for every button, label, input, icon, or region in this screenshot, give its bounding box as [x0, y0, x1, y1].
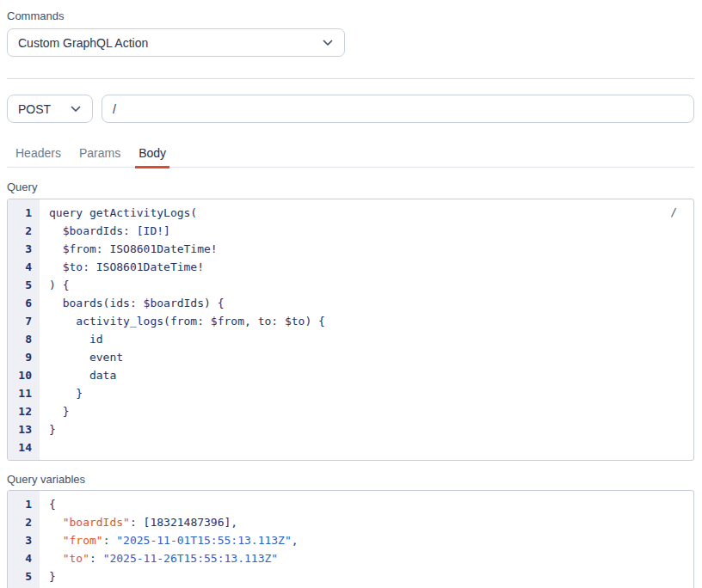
code-line: 14 [8, 438, 693, 456]
code-line: 5) { [8, 276, 693, 294]
code-line: 8 id [8, 330, 693, 348]
tab-body[interactable]: Body [136, 141, 169, 167]
query-editor[interactable]: 1query getActivityLogs(2 $boardIds: [ID!… [7, 199, 694, 461]
http-method-select[interactable]: POST [7, 95, 93, 123]
code-line: 2 "boardIds": [18321487396], [8, 513, 693, 531]
code-line: 3 $from: ISO8601DateTime! [8, 240, 693, 258]
tab-params[interactable]: Params [77, 141, 123, 167]
query-variables-label: Query variables [7, 473, 694, 486]
code-line: 13} [8, 420, 693, 438]
variables-code-lines: 1{2 "boardIds": [18321487396],3 "from": … [8, 491, 693, 585]
request-row: POST [7, 95, 694, 123]
request-builder-panel: Commands Custom GraphQL Action POST Head… [0, 0, 702, 588]
url-input[interactable] [102, 95, 694, 123]
request-tabs: Headers Params Body [7, 141, 694, 168]
section-divider [7, 78, 694, 79]
query-variables-editor[interactable]: 1{2 "boardIds": [18321487396],3 "from": … [7, 490, 694, 588]
tab-headers[interactable]: Headers [13, 141, 64, 167]
chevron-down-icon [323, 40, 333, 46]
code-line: 4 "to": "2025-11-26T15:55:13.113Z" [8, 549, 693, 567]
code-line: 5} [8, 567, 693, 585]
code-line: 3 "from": "2025-11-01T15:55:13.113Z", [8, 531, 693, 549]
code-line: 4 $to: ISO8601DateTime! [8, 258, 693, 276]
code-line: 6 boards(ids: $boardIds) { [8, 294, 693, 312]
code-line: 11 } [8, 384, 693, 402]
query-code-lines: 1query getActivityLogs(2 $boardIds: [ID!… [8, 199, 693, 456]
commands-label: Commands [7, 9, 694, 22]
commands-select[interactable]: Custom GraphQL Action [7, 28, 345, 57]
code-line: 2 $boardIds: [ID!] [8, 222, 693, 240]
query-label: Query [7, 181, 694, 193]
chevron-down-icon [71, 106, 81, 113]
http-method-value: POST [18, 102, 51, 116]
code-line: 10 data [8, 366, 693, 384]
code-line: 1{ [8, 495, 693, 513]
code-line: 9 event [8, 348, 693, 366]
code-line: 7 activity_logs(from: $from, to: $to) { [8, 312, 693, 330]
commands-select-value: Custom GraphQL Action [18, 36, 148, 50]
code-line: 12 } [8, 402, 693, 420]
editor-slash-hint: / [670, 205, 677, 220]
code-line: 1query getActivityLogs( [8, 204, 693, 222]
